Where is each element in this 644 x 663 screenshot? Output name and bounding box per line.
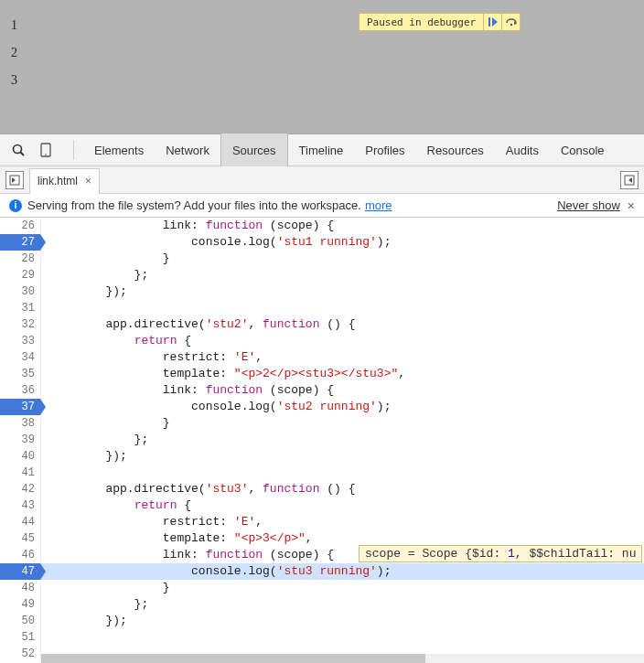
svg-marker-11: [628, 177, 632, 183]
tab-timeline[interactable]: Timeline: [288, 134, 355, 166]
line-number[interactable]: 43: [0, 497, 41, 514]
code-line[interactable]: 44 restrict: 'E',: [0, 514, 644, 530]
close-info-button[interactable]: ×: [628, 198, 635, 213]
line-number[interactable]: 38: [0, 415, 41, 432]
code-content: });: [41, 283, 644, 300]
code-line[interactable]: 28 }: [0, 251, 644, 267]
scope-tooltip: scope = Scope {$id: 1, $$childTail: nu: [359, 545, 642, 562]
more-link[interactable]: more: [365, 198, 392, 212]
code-line[interactable]: 42 app.directive('stu3', function () {: [0, 481, 644, 497]
tab-resources[interactable]: Resources: [416, 134, 495, 166]
close-icon[interactable]: ×: [85, 175, 91, 187]
code-content: [41, 300, 644, 316]
code-line[interactable]: 34 restrict: 'E',: [0, 349, 644, 366]
page-number: 3: [11, 73, 633, 88]
code-line[interactable]: 30 });: [0, 283, 644, 300]
code-line[interactable]: 49 };: [0, 596, 644, 613]
svg-point-3: [510, 24, 512, 26]
show-debugger-button[interactable]: [620, 171, 639, 189]
toolbar-separator: [73, 140, 74, 160]
code-line[interactable]: 43 return {: [0, 497, 644, 514]
show-navigator-button[interactable]: [5, 171, 24, 189]
line-number[interactable]: 40: [0, 448, 41, 465]
line-number[interactable]: 42: [0, 481, 41, 497]
device-mode-button[interactable]: [37, 143, 55, 157]
line-number[interactable]: 34: [0, 349, 41, 366]
code-line[interactable]: 47 console.log('stu3 running');: [0, 563, 644, 580]
code-line[interactable]: 35 template: "<p>2</p><stu3></stu3>",: [0, 366, 644, 382]
line-number[interactable]: 51: [0, 629, 41, 646]
scrollbar-thumb[interactable]: [41, 654, 425, 663]
svg-rect-0: [488, 17, 490, 27]
resume-button[interactable]: [483, 14, 501, 30]
code-content: console.log('stu1 running');: [41, 234, 644, 251]
code-line[interactable]: 29 };: [0, 267, 644, 283]
code-line[interactable]: 41: [0, 465, 644, 481]
page-preview-area: 1 2 3 Paused in debugger: [0, 0, 644, 134]
horizontal-scrollbar[interactable]: [41, 654, 644, 663]
line-number[interactable]: 31: [0, 300, 41, 316]
line-number[interactable]: 41: [0, 465, 41, 481]
line-number[interactable]: 37: [0, 399, 41, 415]
tab-sources[interactable]: Sources: [220, 134, 288, 166]
line-number[interactable]: 52: [0, 646, 41, 662]
code-line[interactable]: 32 app.directive('stu2', function () {: [0, 316, 644, 333]
code-line[interactable]: 38 }: [0, 415, 644, 432]
code-line[interactable]: 31: [0, 300, 644, 316]
never-show-link[interactable]: Never show: [557, 198, 620, 212]
line-number[interactable]: 49: [0, 596, 41, 613]
file-tab[interactable]: link.html ×: [29, 168, 100, 194]
line-number[interactable]: 46: [0, 547, 41, 563]
tab-network[interactable]: Network: [155, 134, 220, 166]
navigator-icon: [9, 175, 20, 186]
code-content: return {: [41, 497, 644, 514]
line-number[interactable]: 26: [0, 218, 41, 234]
code-content: });: [41, 448, 644, 465]
code-line[interactable]: 37 console.log('stu2 running');: [0, 399, 644, 415]
code-content: });: [41, 613, 644, 629]
tab-profiles[interactable]: Profiles: [354, 134, 415, 166]
code-content: }: [41, 415, 644, 432]
code-content: return {: [41, 333, 644, 349]
code-line[interactable]: 50 });: [0, 613, 644, 629]
code-line[interactable]: 51: [0, 629, 644, 646]
line-number[interactable]: 28: [0, 251, 41, 267]
tab-audits[interactable]: Audits: [495, 134, 550, 166]
line-number[interactable]: 36: [0, 382, 41, 399]
code-editor[interactable]: 26 link: function (scope) {27 console.lo…: [0, 218, 644, 663]
code-content: console.log('stu3 running');: [41, 563, 644, 580]
line-number[interactable]: 50: [0, 613, 41, 629]
debugger-paused-badge: Paused in debugger: [359, 13, 521, 31]
file-tab-name: link.html: [38, 175, 78, 187]
sources-file-bar: link.html ×: [0, 166, 644, 194]
line-number[interactable]: 35: [0, 366, 41, 382]
line-number[interactable]: 29: [0, 267, 41, 283]
code-content: }: [41, 251, 644, 267]
svg-line-5: [20, 152, 24, 155]
tab-elements[interactable]: Elements: [83, 134, 155, 166]
line-number[interactable]: 48: [0, 580, 41, 596]
line-number[interactable]: 47: [0, 563, 41, 580]
line-number[interactable]: 30: [0, 283, 41, 300]
code-content: app.directive('stu3', function () {: [41, 481, 644, 497]
code-line[interactable]: 26 link: function (scope) {: [0, 218, 644, 234]
line-number[interactable]: 44: [0, 514, 41, 530]
code-line[interactable]: 48 }: [0, 580, 644, 596]
line-number[interactable]: 27: [0, 234, 41, 251]
search-button[interactable]: [9, 144, 27, 157]
tab-console[interactable]: Console: [550, 134, 616, 166]
code-line[interactable]: 39 };: [0, 432, 644, 448]
line-number[interactable]: 45: [0, 530, 41, 547]
line-number[interactable]: 33: [0, 333, 41, 349]
line-number[interactable]: 39: [0, 432, 41, 448]
code-content: };: [41, 267, 644, 283]
step-over-button[interactable]: [501, 14, 520, 30]
code-line[interactable]: 36 link: function (scope) {: [0, 382, 644, 399]
info-icon: i: [9, 199, 22, 212]
code-content: link: function (scope) {: [41, 382, 644, 399]
code-line[interactable]: 33 return {: [0, 333, 644, 349]
line-number[interactable]: 32: [0, 316, 41, 333]
code-line[interactable]: 40 });: [0, 448, 644, 465]
search-icon: [12, 144, 26, 157]
code-line[interactable]: 27 console.log('stu1 running');: [0, 234, 644, 251]
